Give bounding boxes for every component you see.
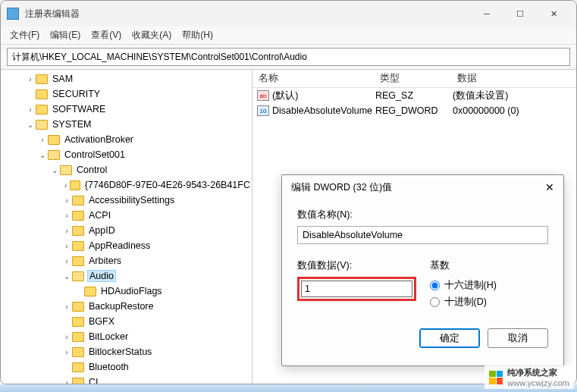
tree-item-bgfx[interactable]: BGFX xyxy=(1,314,252,329)
tree-item-ci[interactable]: ›CI xyxy=(1,375,252,384)
cancel-button[interactable]: 取消 xyxy=(488,328,548,348)
tree-label: Bluetooth xyxy=(87,362,130,372)
value-name-label: 数值名称(N): xyxy=(297,209,548,221)
tree-item-control[interactable]: ⌄Control xyxy=(1,162,252,177)
menu-view[interactable]: 查看(V) xyxy=(91,29,121,42)
tree-label: Arbiters xyxy=(87,256,123,266)
tree-item-sam[interactable]: ›SAM xyxy=(1,71,252,86)
close-button[interactable]: ✕ xyxy=(537,2,570,25)
tree-item-security[interactable]: SECURITY xyxy=(1,86,252,102)
tree-item-arbiters[interactable]: ›Arbiters xyxy=(1,253,252,268)
folder-icon xyxy=(60,165,72,175)
twist-icon[interactable]: › xyxy=(61,333,72,341)
twist-icon[interactable]: ⌄ xyxy=(25,121,36,129)
dialog-buttons: 确定 取消 xyxy=(297,328,548,348)
folder-icon xyxy=(36,105,48,114)
twist-icon[interactable]: › xyxy=(25,105,36,114)
dialog-close-icon[interactable]: ✕ xyxy=(545,181,554,193)
tree-item-activationbroker[interactable]: ›ActivationBroker xyxy=(1,132,252,147)
twist-icon[interactable]: › xyxy=(61,196,72,205)
menu-favorites[interactable]: 收藏夹(A) xyxy=(132,29,171,42)
watermark-brand: 纯净系统之家 xyxy=(507,367,569,378)
twist-icon[interactable]: › xyxy=(61,181,70,190)
window-controls: ─ ☐ ✕ xyxy=(470,2,570,25)
tree-label: Control xyxy=(75,165,108,175)
radio-dec[interactable] xyxy=(430,297,440,307)
tree-label: Audio xyxy=(87,270,116,282)
app-icon xyxy=(7,8,19,20)
tree-label: SYSTEM xyxy=(51,119,93,130)
tree-label: ACPI xyxy=(87,210,112,221)
twist-icon[interactable]: › xyxy=(61,242,72,250)
twist-icon[interactable]: › xyxy=(61,303,72,311)
tree-item-hdaudioflags[interactable]: HDAudioFlags xyxy=(1,284,252,299)
twist-icon[interactable]: › xyxy=(37,136,48,144)
radio-hex[interactable] xyxy=(430,281,440,290)
tree-item-software[interactable]: ›SOFTWARE xyxy=(1,102,252,117)
tree-label: CI xyxy=(87,377,100,384)
value-data-label: 数值数据(V): xyxy=(297,259,416,272)
twist-icon[interactable]: › xyxy=(61,212,72,220)
radio-hex-label[interactable]: 十六进制(H) xyxy=(430,277,549,293)
highlight-box xyxy=(297,277,416,301)
row-type: REG_DWORD xyxy=(375,105,453,116)
radio-dec-label[interactable]: 十进制(D) xyxy=(430,293,549,310)
folder-icon xyxy=(48,150,60,160)
twist-icon[interactable]: ⌄ xyxy=(49,166,60,174)
dialog-titlebar[interactable]: 编辑 DWORD (32 位)值 ✕ xyxy=(282,175,563,199)
menu-help[interactable]: 帮助(H) xyxy=(182,29,213,42)
twist-icon[interactable]: › xyxy=(61,348,72,356)
ok-button[interactable]: 确定 xyxy=(419,328,480,348)
dword-icon: 10 xyxy=(257,105,269,116)
twist-icon[interactable]: › xyxy=(25,75,36,83)
twist-icon[interactable]: › xyxy=(61,257,72,265)
twist-icon[interactable]: ⌄ xyxy=(37,151,48,159)
folder-icon xyxy=(36,74,48,84)
watermark: 纯净系统之家 www.ycwjzy.com xyxy=(484,365,574,389)
tree-item-appid[interactable]: ›AppID xyxy=(1,223,252,238)
list-row[interactable]: ab(默认)REG_SZ(数值未设置) xyxy=(252,88,576,103)
value-name-input[interactable] xyxy=(297,226,548,244)
tree-item-bitlocker[interactable]: ›BitLocker xyxy=(1,329,252,344)
tree-item-bluetooth[interactable]: Bluetooth xyxy=(1,359,252,375)
tree-item-audio[interactable]: ⌄Audio xyxy=(1,268,252,284)
col-type[interactable]: 类型 xyxy=(374,72,451,85)
tree-label: ActivationBroker xyxy=(63,134,135,145)
tree-item-acpi[interactable]: ›ACPI xyxy=(1,208,252,223)
tree-item-controlset001[interactable]: ⌄ControlSet001 xyxy=(1,147,252,162)
tree-item-bitlockerstatus[interactable]: ›BitlockerStatus xyxy=(1,344,252,359)
folder-icon xyxy=(72,211,84,221)
tree-view[interactable]: ›SAMSECURITY›SOFTWARE⌄SYSTEM›ActivationB… xyxy=(1,70,252,384)
tree-label: BGFX xyxy=(87,316,116,327)
tree-item--7746d80f-97e0-4e26-9543-26b41fc[interactable]: ›{7746D80F-97E0-4E26-9543-26B41FC xyxy=(1,177,252,193)
folder-icon xyxy=(72,271,84,281)
folder-icon xyxy=(72,241,84,251)
value-data-input[interactable] xyxy=(301,281,412,297)
menu-file[interactable]: 文件(F) xyxy=(10,29,39,42)
address-bar xyxy=(1,45,576,70)
folder-icon xyxy=(48,135,60,145)
twist-icon[interactable]: › xyxy=(61,378,72,384)
folder-icon xyxy=(72,332,84,342)
tree-item-backuprestore[interactable]: ›BackupRestore xyxy=(1,299,252,314)
list-row[interactable]: 10DisableAbsoluteVolumeREG_DWORD0x000000… xyxy=(252,103,576,118)
address-input[interactable] xyxy=(7,48,570,66)
twist-icon[interactable]: ⌄ xyxy=(61,272,72,281)
tree-item-system[interactable]: ⌄SYSTEM xyxy=(1,117,252,132)
folder-icon xyxy=(36,89,48,99)
tree-item-appreadiness[interactable]: ›AppReadiness xyxy=(1,238,252,253)
tree-label: BackupRestore xyxy=(87,301,155,312)
col-name[interactable]: 名称 xyxy=(252,72,374,85)
minimize-button[interactable]: ─ xyxy=(470,2,503,25)
row-data: (数值未设置) xyxy=(453,89,576,102)
row-type: REG_SZ xyxy=(375,90,453,101)
col-data[interactable]: 数据 xyxy=(451,72,576,85)
maximize-button[interactable]: ☐ xyxy=(503,2,537,25)
menu-edit[interactable]: 编辑(E) xyxy=(50,29,80,42)
titlebar[interactable]: 注册表编辑器 ─ ☐ ✕ xyxy=(1,1,576,27)
folder-icon xyxy=(72,317,84,327)
twist-icon[interactable]: › xyxy=(61,227,72,235)
folder-icon xyxy=(36,120,48,130)
tree-label: SECURITY xyxy=(51,89,102,99)
tree-item-accessibilitysettings[interactable]: ›AccessibilitySettings xyxy=(1,193,252,208)
